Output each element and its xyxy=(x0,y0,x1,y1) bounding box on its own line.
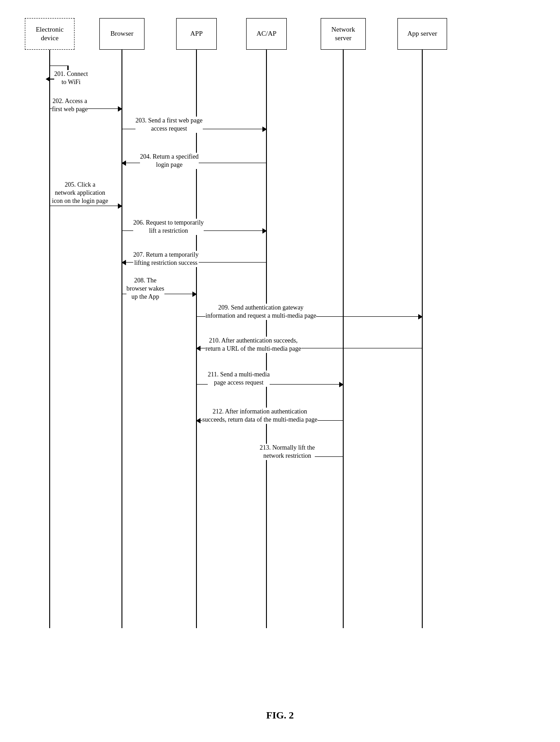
lifeline-ll-electronic xyxy=(49,50,50,628)
figure-caption: FIG. 2 xyxy=(0,709,560,721)
lifeline-ll-appserver xyxy=(422,50,423,628)
label-msg212: 212. After information authenticationsuc… xyxy=(202,408,317,424)
label-msg204: 204. Return a specifiedlogin page xyxy=(140,153,199,169)
label-msg201: 201. Connectto WiFi xyxy=(54,70,88,86)
lifeline-ll-network xyxy=(343,50,344,628)
arrow-msg205 xyxy=(50,206,122,206)
lifeline-ll-browser xyxy=(121,50,122,628)
actor-electronic-device: Electronicdevice xyxy=(25,18,75,50)
label-msg205: 205. Click anetwork applicationicon on t… xyxy=(52,181,108,206)
actor-network-server: Networkserver xyxy=(321,18,366,50)
label-msg207: 207. Return a temporarilylifting restric… xyxy=(133,251,199,267)
label-msg203: 203. Send a first web pageaccess request xyxy=(135,117,203,133)
actor-acap: AC/AP xyxy=(246,18,287,50)
actor-browser: Browser xyxy=(99,18,145,50)
actor-app: APP xyxy=(176,18,217,50)
label-msg209: 209. Send authentication gatewayinformat… xyxy=(205,304,316,320)
actor-app-server: App server xyxy=(397,18,447,50)
lifeline-ll-app xyxy=(196,50,197,628)
label-msg210: 210. After authentication succeeds,retur… xyxy=(205,337,301,353)
label-msg208: 208. Thebrowser wakesup the App xyxy=(126,277,164,301)
label-msg211: 211. Send a multi-mediapage access reque… xyxy=(208,371,270,387)
sequence-diagram: ElectronicdeviceBrowserAPPAC/APNetworkse… xyxy=(0,0,560,700)
label-msg206: 206. Request to temporarilylift a restri… xyxy=(133,219,204,235)
label-msg213: 213. Normally lift thenetwork restrictio… xyxy=(260,444,315,460)
label-msg202: 202. Access afirst web page xyxy=(52,97,88,113)
